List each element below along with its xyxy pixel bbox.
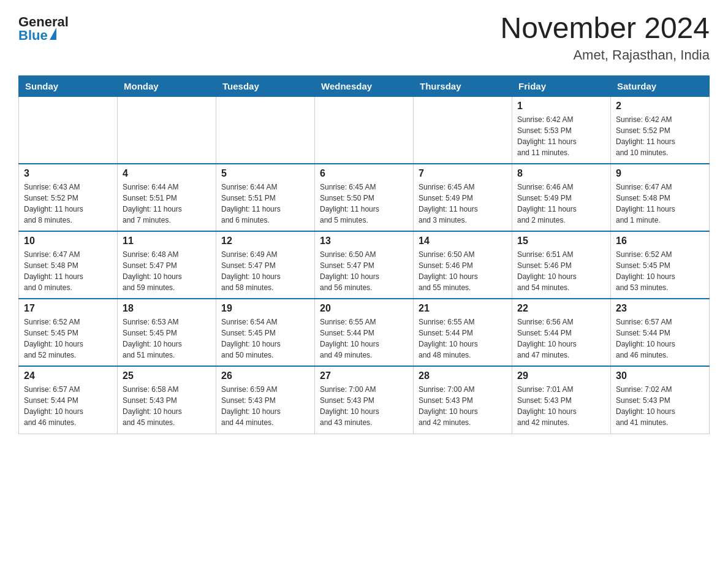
day-info: Sunrise: 7:02 AMSunset: 5:43 PMDaylight:…	[616, 384, 704, 428]
table-row: 27Sunrise: 7:00 AMSunset: 5:43 PMDayligh…	[315, 366, 414, 434]
day-number: 10	[24, 236, 112, 247]
calendar-table: Sunday Monday Tuesday Wednesday Thursday…	[18, 75, 710, 434]
table-row: 1Sunrise: 6:42 AMSunset: 5:53 PMDaylight…	[512, 96, 611, 164]
table-row: 14Sunrise: 6:50 AMSunset: 5:46 PMDayligh…	[414, 231, 512, 299]
table-row: 12Sunrise: 6:49 AMSunset: 5:47 PMDayligh…	[216, 231, 315, 299]
day-number: 2	[616, 101, 704, 112]
day-number: 23	[616, 303, 704, 314]
day-number: 6	[320, 168, 408, 179]
table-row: 5Sunrise: 6:44 AMSunset: 5:51 PMDaylight…	[216, 164, 315, 231]
day-info: Sunrise: 7:01 AMSunset: 5:43 PMDaylight:…	[517, 384, 605, 428]
day-number: 4	[123, 168, 211, 179]
day-number: 1	[517, 101, 605, 112]
table-row	[315, 96, 414, 164]
table-row: 3Sunrise: 6:43 AMSunset: 5:52 PMDaylight…	[19, 164, 118, 231]
col-sunday: Sunday	[19, 75, 118, 96]
day-number: 12	[221, 236, 309, 247]
day-info: Sunrise: 6:59 AMSunset: 5:43 PMDaylight:…	[221, 384, 309, 428]
day-info: Sunrise: 7:00 AMSunset: 5:43 PMDaylight:…	[320, 384, 408, 428]
calendar-week-row: 17Sunrise: 6:52 AMSunset: 5:45 PMDayligh…	[19, 299, 710, 366]
table-row: 2Sunrise: 6:42 AMSunset: 5:52 PMDaylight…	[611, 96, 710, 164]
day-number: 17	[24, 303, 112, 314]
day-info: Sunrise: 6:45 AMSunset: 5:49 PMDaylight:…	[419, 182, 507, 226]
title-area: November 2024 Amet, Rajasthan, India	[500, 12, 710, 63]
col-tuesday: Tuesday	[216, 75, 315, 96]
table-row: 28Sunrise: 7:00 AMSunset: 5:43 PMDayligh…	[414, 366, 512, 434]
day-info: Sunrise: 6:51 AMSunset: 5:46 PMDaylight:…	[517, 249, 605, 293]
day-number: 24	[24, 370, 112, 381]
col-thursday: Thursday	[414, 75, 512, 96]
day-info: Sunrise: 6:57 AMSunset: 5:44 PMDaylight:…	[24, 384, 112, 428]
day-info: Sunrise: 6:42 AMSunset: 5:52 PMDaylight:…	[616, 114, 704, 158]
table-row: 25Sunrise: 6:58 AMSunset: 5:43 PMDayligh…	[118, 366, 216, 434]
table-row: 11Sunrise: 6:48 AMSunset: 5:47 PMDayligh…	[118, 231, 216, 299]
table-row	[414, 96, 512, 164]
table-row: 15Sunrise: 6:51 AMSunset: 5:46 PMDayligh…	[512, 231, 611, 299]
day-info: Sunrise: 6:44 AMSunset: 5:51 PMDaylight:…	[123, 182, 211, 226]
calendar-week-row: 10Sunrise: 6:47 AMSunset: 5:48 PMDayligh…	[19, 231, 710, 299]
table-row: 16Sunrise: 6:52 AMSunset: 5:45 PMDayligh…	[611, 231, 710, 299]
day-number: 29	[517, 370, 605, 381]
calendar-week-row: 3Sunrise: 6:43 AMSunset: 5:52 PMDaylight…	[19, 164, 710, 231]
logo-blue-text: Blue	[18, 29, 48, 42]
day-info: Sunrise: 6:52 AMSunset: 5:45 PMDaylight:…	[616, 249, 704, 293]
day-info: Sunrise: 6:44 AMSunset: 5:51 PMDaylight:…	[221, 182, 309, 226]
table-row: 19Sunrise: 6:54 AMSunset: 5:45 PMDayligh…	[216, 299, 315, 366]
table-row: 4Sunrise: 6:44 AMSunset: 5:51 PMDaylight…	[118, 164, 216, 231]
day-number: 13	[320, 236, 408, 247]
table-row: 20Sunrise: 6:55 AMSunset: 5:44 PMDayligh…	[315, 299, 414, 366]
table-row: 10Sunrise: 6:47 AMSunset: 5:48 PMDayligh…	[19, 231, 118, 299]
day-info: Sunrise: 6:49 AMSunset: 5:47 PMDaylight:…	[221, 249, 309, 293]
day-number: 7	[419, 168, 507, 179]
day-info: Sunrise: 6:47 AMSunset: 5:48 PMDaylight:…	[616, 182, 704, 226]
day-number: 22	[517, 303, 605, 314]
table-row	[216, 96, 315, 164]
day-info: Sunrise: 6:48 AMSunset: 5:47 PMDaylight:…	[123, 249, 211, 293]
day-number: 18	[123, 303, 211, 314]
day-info: Sunrise: 6:46 AMSunset: 5:49 PMDaylight:…	[517, 182, 605, 226]
day-number: 30	[616, 370, 704, 381]
table-row: 30Sunrise: 7:02 AMSunset: 5:43 PMDayligh…	[611, 366, 710, 434]
table-row: 7Sunrise: 6:45 AMSunset: 5:49 PMDaylight…	[414, 164, 512, 231]
day-info: Sunrise: 6:50 AMSunset: 5:46 PMDaylight:…	[419, 249, 507, 293]
col-friday: Friday	[512, 75, 611, 96]
day-number: 8	[517, 168, 605, 179]
month-year-heading: November 2024	[500, 12, 710, 45]
day-info: Sunrise: 6:47 AMSunset: 5:48 PMDaylight:…	[24, 249, 112, 293]
calendar-week-row: 24Sunrise: 6:57 AMSunset: 5:44 PMDayligh…	[19, 366, 710, 434]
day-info: Sunrise: 6:58 AMSunset: 5:43 PMDaylight:…	[123, 384, 211, 428]
table-row	[19, 96, 118, 164]
day-number: 26	[221, 370, 309, 381]
day-number: 9	[616, 168, 704, 179]
header: General Blue November 2024 Amet, Rajasth…	[18, 12, 710, 63]
day-number: 3	[24, 168, 112, 179]
day-info: Sunrise: 6:55 AMSunset: 5:44 PMDaylight:…	[320, 316, 408, 361]
day-number: 11	[123, 236, 211, 247]
table-row: 17Sunrise: 6:52 AMSunset: 5:45 PMDayligh…	[19, 299, 118, 366]
day-number: 21	[419, 303, 507, 314]
table-row: 18Sunrise: 6:53 AMSunset: 5:45 PMDayligh…	[118, 299, 216, 366]
day-number: 5	[221, 168, 309, 179]
table-row: 13Sunrise: 6:50 AMSunset: 5:47 PMDayligh…	[315, 231, 414, 299]
day-info: Sunrise: 6:53 AMSunset: 5:45 PMDaylight:…	[123, 316, 211, 361]
calendar-header-row: Sunday Monday Tuesday Wednesday Thursday…	[19, 75, 710, 96]
day-number: 15	[517, 236, 605, 247]
table-row: 21Sunrise: 6:55 AMSunset: 5:44 PMDayligh…	[414, 299, 512, 366]
col-monday: Monday	[118, 75, 216, 96]
table-row: 26Sunrise: 6:59 AMSunset: 5:43 PMDayligh…	[216, 366, 315, 434]
day-number: 19	[221, 303, 309, 314]
table-row: 9Sunrise: 6:47 AMSunset: 5:48 PMDaylight…	[611, 164, 710, 231]
day-number: 27	[320, 370, 408, 381]
day-info: Sunrise: 6:42 AMSunset: 5:53 PMDaylight:…	[517, 114, 605, 158]
day-info: Sunrise: 6:52 AMSunset: 5:45 PMDaylight:…	[24, 316, 112, 361]
day-number: 28	[419, 370, 507, 381]
day-number: 20	[320, 303, 408, 314]
day-info: Sunrise: 6:57 AMSunset: 5:44 PMDaylight:…	[616, 316, 704, 361]
logo: General Blue	[18, 12, 69, 42]
table-row: 24Sunrise: 6:57 AMSunset: 5:44 PMDayligh…	[19, 366, 118, 434]
col-saturday: Saturday	[611, 75, 710, 96]
day-info: Sunrise: 6:45 AMSunset: 5:50 PMDaylight:…	[320, 182, 408, 226]
day-info: Sunrise: 6:56 AMSunset: 5:44 PMDaylight:…	[517, 316, 605, 361]
table-row: 29Sunrise: 7:01 AMSunset: 5:43 PMDayligh…	[512, 366, 611, 434]
day-number: 14	[419, 236, 507, 247]
